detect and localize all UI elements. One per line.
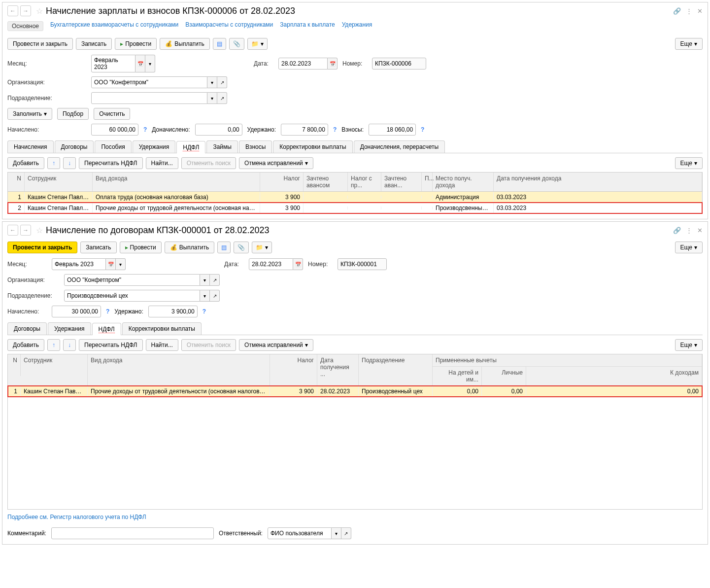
clear-button[interactable]: Очистить	[94, 108, 130, 120]
tab-ndfl[interactable]: НДФЛ	[92, 323, 121, 335]
calendar-icon[interactable]: 📅	[135, 55, 145, 72]
more-icon[interactable]: ⋮	[686, 7, 692, 15]
hint-icon[interactable]: ?	[421, 126, 424, 133]
more-icon[interactable]: ⋮	[686, 227, 692, 234]
recalc-button[interactable]: Пересчитать НДФЛ	[79, 339, 142, 351]
stepper-icon[interactable]: ▾	[116, 258, 126, 270]
month-field[interactable]: Февраль 2023	[91, 55, 135, 72]
accrued-field[interactable]: 30 000,00	[52, 306, 101, 317]
cancel-fix-button[interactable]: Отмена исправлений ▾	[239, 339, 313, 351]
col-p[interactable]: П...	[422, 173, 433, 191]
hint-icon[interactable]: ?	[143, 126, 147, 133]
date-field[interactable]: 28.02.2023	[249, 258, 293, 270]
dropdown-icon[interactable]: ▾	[200, 274, 210, 286]
link-icon[interactable]: 🔗	[673, 7, 681, 15]
post-close-button[interactable]: Провести и закрыть	[7, 242, 77, 253]
navtab-4[interactable]: Удержания	[342, 21, 372, 31]
table-row[interactable]: 1Кашин Степан ПавловичПрочие доходы от т…	[8, 386, 702, 397]
cancel-fix-button[interactable]: Отмена исправлений ▾	[239, 157, 313, 169]
org-field[interactable]: ООО "Конфетпром"	[64, 274, 200, 286]
hint-icon[interactable]: ?	[333, 126, 337, 133]
col-tax[interactable]: Налог	[260, 173, 304, 191]
col-date[interactable]: Дата получения ...	[317, 354, 359, 385]
calendar-icon[interactable]: 📅	[293, 258, 303, 270]
dept-field[interactable]: Производсвенный цех	[64, 290, 200, 302]
col-date[interactable]: Дата получения дохода	[494, 173, 702, 191]
col-place[interactable]: Место получ. дохода	[433, 173, 494, 191]
tab-withhold[interactable]: Удержания	[133, 140, 176, 153]
contrib-field[interactable]: 18 060,00	[369, 124, 416, 136]
attach-button[interactable]: 📎	[234, 242, 249, 253]
resp-field[interactable]: ФИО пользователя	[268, 527, 332, 539]
col-tax[interactable]: Налог	[270, 354, 317, 385]
month-field[interactable]: Февраль 2023	[52, 258, 106, 270]
tab-loans[interactable]: Займы	[206, 140, 238, 153]
forward-button[interactable]: →	[20, 225, 31, 236]
tab-contracts[interactable]: Договоры	[7, 322, 47, 335]
col-kind[interactable]: Вид дохода	[88, 354, 270, 385]
tab-benefits[interactable]: Пособия	[95, 140, 131, 153]
ndfl-grid[interactable]: N Сотрудник Вид дохода Налог Дата получе…	[7, 354, 703, 510]
dropdown-icon[interactable]: ▾	[207, 92, 217, 104]
hint-icon[interactable]: ?	[106, 308, 109, 315]
stepper-icon[interactable]: ▾	[145, 55, 155, 72]
comment-field[interactable]	[51, 527, 214, 539]
link-icon[interactable]: 🔗	[673, 227, 681, 234]
add-button[interactable]: Добавить	[7, 157, 44, 169]
col-sub-personal[interactable]: Личные	[482, 367, 526, 385]
register-link[interactable]: Подробнее см. Регистр налогового учета п…	[7, 514, 146, 520]
fill-button[interactable]: Заполнить ▾	[7, 108, 52, 120]
org-field[interactable]: ООО "Конфетпром"	[91, 76, 207, 88]
dropdown-icon[interactable]: ▾	[332, 527, 341, 539]
post-button[interactable]: ▸Провести	[120, 242, 162, 253]
col-prepaid[interactable]: Зачтено авансом	[304, 173, 348, 191]
back-button[interactable]: ←	[7, 5, 18, 16]
up-button[interactable]: ↑	[47, 157, 60, 169]
navtab-main[interactable]: Основное	[7, 21, 43, 31]
tab-contracts[interactable]: Договоры	[55, 140, 94, 153]
tab-corr[interactable]: Корректировки выплаты	[122, 322, 202, 335]
navtab-1[interactable]: Бухгалтерские взаиморасчеты с сотрудника…	[50, 21, 178, 31]
ndfl-grid[interactable]: N Сотрудник Вид дохода Налог Зачтено ава…	[7, 172, 703, 214]
dropdown-icon[interactable]: ▾	[200, 290, 210, 302]
col-tax2[interactable]: Налог с пр...	[348, 173, 381, 191]
more-button[interactable]: Еще ▾	[675, 38, 703, 50]
down-button[interactable]: ↓	[63, 339, 76, 351]
dropdown-icon[interactable]: ▾	[207, 76, 217, 88]
date-field[interactable]: 28.02.2023	[278, 58, 328, 69]
tab-accruals[interactable]: Начисления	[7, 140, 54, 153]
favorite-icon[interactable]: ☆	[36, 6, 43, 16]
folder-button[interactable]: 📁 ▾	[252, 242, 272, 253]
tab-recalc[interactable]: Доначисления, перерасчеты	[354, 140, 445, 153]
favorite-icon[interactable]: ☆	[36, 226, 43, 235]
calendar-icon[interactable]: 📅	[106, 258, 116, 270]
folder-button[interactable]: 📁 ▾	[247, 38, 268, 50]
col-prepaid2[interactable]: Зачтено аван...	[381, 173, 422, 191]
tab-contrib[interactable]: Взносы	[239, 140, 272, 153]
col-n[interactable]: N	[8, 354, 21, 376]
close-icon[interactable]: ✕	[697, 7, 703, 15]
col-emp[interactable]: Сотрудник	[25, 173, 93, 191]
col-kind[interactable]: Вид дохода	[93, 173, 260, 191]
pay-button[interactable]: 💰Выплатить	[160, 38, 210, 50]
down-button[interactable]: ↓	[63, 157, 76, 169]
col-sub-income[interactable]: К доходам	[526, 367, 702, 385]
col-dept[interactable]: Подразделение	[359, 354, 433, 385]
post-close-button[interactable]: Провести и закрыть	[7, 38, 73, 50]
doaccrued-field[interactable]: 0,00	[195, 124, 242, 136]
calendar-icon[interactable]: 📅	[328, 58, 338, 69]
back-button[interactable]: ←	[7, 225, 18, 236]
dept-field[interactable]	[91, 92, 207, 104]
open-icon[interactable]: ↗	[217, 76, 227, 88]
col-sub-children[interactable]: На детей и им...	[433, 367, 482, 385]
save-button[interactable]: Записать	[76, 38, 112, 50]
up-button[interactable]: ↑	[47, 339, 60, 351]
navtab-3[interactable]: Зарплата к выплате	[280, 21, 335, 31]
save-button[interactable]: Записать	[80, 242, 116, 253]
close-icon[interactable]: ✕	[697, 227, 703, 234]
open-icon[interactable]: ↗	[341, 527, 351, 539]
find-button[interactable]: Найти...	[146, 339, 178, 351]
pay-button[interactable]: 💰Выплатить	[165, 242, 215, 253]
open-icon[interactable]: ↗	[217, 92, 227, 104]
navtab-2[interactable]: Взаиморасчеты с сотрудниками	[185, 21, 273, 31]
